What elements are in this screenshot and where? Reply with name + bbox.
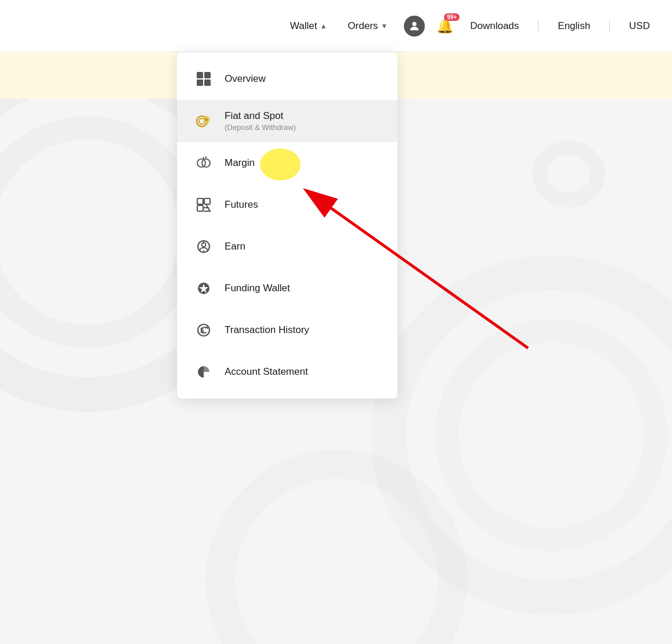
svg-point-1: [0, 128, 192, 337]
svg-point-6: [413, 21, 417, 26]
dropdown-item-overview[interactable]: Overview: [177, 58, 398, 100]
futures-icon: [193, 194, 214, 215]
account-statement-icon: [193, 361, 214, 382]
wallet-dropdown-menu: Overview Fiat and Spot (Deposit & Withdr…: [177, 52, 398, 399]
svg-point-2: [389, 273, 672, 598]
margin-text-group: Margin: [225, 157, 255, 169]
fiat-spot-label: Fiat and Spot: [225, 110, 296, 122]
dropdown-item-transaction-history[interactable]: $ Transaction History: [177, 309, 398, 351]
futures-label: Futures: [225, 199, 258, 211]
dropdown-item-funding-wallet[interactable]: Funding Wallet: [177, 267, 398, 309]
margin-icon: [193, 153, 214, 173]
navbar: Wallet ▲ Orders ▼ 🔔 99+ Downloads Englis…: [0, 0, 672, 52]
svg-point-14: [205, 118, 208, 121]
svg-rect-21: [197, 205, 203, 211]
svg-rect-10: [204, 79, 211, 86]
earn-icon: [193, 236, 214, 257]
nav-divider-2: [609, 20, 610, 32]
svg-rect-9: [197, 79, 203, 86]
language-nav-item[interactable]: English: [553, 17, 595, 35]
fiat-spot-icon: [193, 111, 214, 132]
dropdown-item-futures[interactable]: Futures: [177, 184, 398, 226]
earn-label: Earn: [225, 241, 245, 252]
svg-point-3: [447, 331, 656, 540]
downloads-nav-item[interactable]: Downloads: [465, 17, 523, 35]
svg-point-26: [202, 243, 206, 247]
overview-icon: [193, 68, 214, 89]
currency-nav-item[interactable]: USD: [624, 17, 655, 35]
orders-nav-item[interactable]: Orders ▼: [343, 17, 392, 35]
wallet-arrow-icon: ▲: [320, 22, 327, 30]
transaction-history-icon: $: [193, 320, 214, 341]
svg-rect-19: [197, 198, 203, 204]
wallet-label: Wallet: [290, 20, 317, 32]
user-avatar[interactable]: [404, 16, 425, 37]
account-statement-text-group: Account Statement: [225, 366, 308, 378]
dropdown-item-account-statement[interactable]: Account Statement: [177, 351, 398, 393]
svg-point-4: [540, 148, 598, 200]
nav-divider: [538, 20, 539, 32]
svg-point-5: [221, 464, 453, 644]
wallet-nav-item[interactable]: Wallet ▲: [286, 17, 332, 35]
svg-rect-7: [197, 72, 203, 78]
dropdown-item-earn[interactable]: Earn: [177, 226, 398, 267]
funding-wallet-text-group: Funding Wallet: [225, 283, 290, 294]
transaction-history-text-group: Transaction History: [225, 324, 309, 336]
fiat-spot-text-group: Fiat and Spot (Deposit & Withdraw): [225, 110, 296, 132]
futures-text-group: Futures: [225, 199, 258, 211]
fiat-spot-sublabel: (Deposit & Withdraw): [225, 123, 296, 132]
overview-text-group: Overview: [225, 73, 266, 85]
orders-arrow-icon: ▼: [381, 22, 388, 30]
svg-rect-8: [204, 72, 211, 78]
earn-text-group: Earn: [225, 241, 245, 252]
funding-wallet-label: Funding Wallet: [225, 283, 290, 294]
orders-label: Orders: [348, 20, 378, 32]
dropdown-item-margin[interactable]: Margin: [177, 142, 398, 184]
funding-wallet-icon: [193, 278, 214, 299]
notification-badge: 99+: [444, 13, 460, 21]
margin-label: Margin: [225, 157, 255, 169]
svg-rect-20: [204, 198, 210, 204]
notifications-bell[interactable]: 🔔 99+: [436, 18, 454, 34]
account-statement-label: Account Statement: [225, 366, 308, 378]
dropdown-item-fiat-spot[interactable]: Fiat and Spot (Deposit & Withdraw): [177, 100, 398, 142]
overview-label: Overview: [225, 73, 266, 85]
transaction-history-label: Transaction History: [225, 324, 309, 336]
